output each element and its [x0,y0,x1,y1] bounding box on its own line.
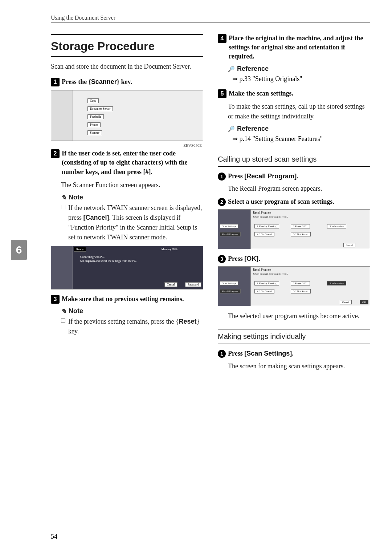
scan-settings-key: [Scan Settings]. [244,350,294,357]
cancel-button: Cancel [343,243,355,247]
control-panel-screenshot: Copy Document Server Facsimile Printer S… [51,90,203,141]
reset-key-label: Reset [179,318,197,325]
password-button: Password [185,282,201,287]
body-text: The Recall Program screen appears. [228,184,370,194]
chapter-tab: 6 [11,240,27,260]
set-originals-label: Set originals and select the settings fr… [80,259,136,263]
program-2: Project2001 [295,282,307,285]
facsimile-button: Facsimile [87,114,104,119]
scan-settings-button: Scan Settings [220,281,238,285]
page-header: Using the Document Server [51,15,370,23]
bullet-icon [61,319,65,323]
docserver-button: Document Server [87,106,113,111]
step-4: 4 Place the original in the machine, and… [218,34,370,61]
magnifier-icon [228,65,235,73]
not-stored-5: * Not Stored [295,233,308,236]
scan-settings-button: Scan Settings [220,224,238,228]
substep-3: 3 Press [OK]. [218,254,370,263]
program-3-selected: Information [331,282,343,285]
reference-link: ⇒ p.33 "Setting Originals" [232,74,370,84]
subsection-heading: Making settings individually [218,329,370,344]
step-3: 3 Make sure that no previous setting rem… [51,295,203,304]
step-number-icon: 2 [51,149,60,158]
magnifier-icon [228,125,235,133]
bullet-icon [61,205,65,209]
substep-text: Select a user program of scan settings. [228,197,334,206]
step-2: 2 If the user code is set, enter the use… [51,149,203,177]
note-text: If the previous setting remains, press t… [68,318,176,325]
body-text: The screen for making scan settings appe… [228,361,370,371]
not-stored-5: * Not Stored [295,290,308,293]
body-text: The Scanner Function screen appears. [61,180,203,190]
cancel-key-label: [Cancel] [83,214,109,221]
right-column: 4 Place the original in the machine, and… [218,34,370,375]
cancel-button: Cancel [340,300,352,304]
program-3: Information [331,225,343,228]
left-column: Storage Procedure Scan and store the doc… [51,34,203,375]
ok-button: OK [360,300,368,304]
step-5: 5 Make the scan settings. [218,89,370,98]
reference-label: Reference [237,65,269,73]
intro-text: Scan and store the document in the Docum… [51,62,203,72]
page-number: 54 [51,533,57,540]
reference-heading: Reference [228,125,370,133]
note-text: key. [68,328,79,335]
not-stored-4: * Not Stored [259,290,272,293]
reference-link: ⇒ p.14 "Setting Scanner Features" [232,134,370,144]
substep-2: 2 Select a user program of scan settings… [218,197,370,206]
step-1: 1 Press the {Scanner} key. [51,77,203,86]
subsection-heading: Calling up stored scan settings [218,152,370,167]
screenshot-id: ZEVS040E [183,143,202,147]
substep-text: Press [228,255,244,262]
scanner-key-label: Scanner [91,78,117,85]
step-text: Make the scan settings. [229,89,293,98]
reference-heading: Reference [228,65,370,73]
reference-label: Reference [237,125,269,133]
not-stored-4: * Not Stored [259,233,272,236]
step-text: Place the original in the machine, and a… [229,34,370,61]
step-number-icon: 5 [218,89,226,98]
pencil-icon: ✎ [61,307,66,315]
recall-program-selected-screenshot: Scan Settings Recall Program Recall Prog… [218,266,370,306]
recall-program-title: Recall Program [253,211,271,214]
step-text: Make sure that no previous setting remai… [62,295,184,304]
step-number-icon: 4 [218,34,226,43]
connecting-label: Connecting with PC. [80,255,105,259]
recall-program-key: [Recall Program]. [244,173,298,180]
memory-label: Memory:99% [162,248,177,251]
program-1: Monday Meeting [259,225,276,228]
select-program-label: Select program you want to recall. [253,272,288,275]
printer-button: Printer [87,122,101,127]
substep-number-icon: 1 [218,350,226,358]
ok-key-label: [OK]. [244,255,260,262]
recall-program-title: Recall Program [253,268,271,271]
note-label: Note [69,194,83,201]
step-number-icon: 1 [51,78,60,86]
body-text: To make the scan settings, call up the s… [228,102,370,121]
substep-number-icon: 3 [218,255,226,263]
step-text: Press the [62,78,89,85]
section-title: Storage Procedure [51,34,203,57]
cancel-button: Cancel [164,282,177,287]
step-number-icon: 3 [51,295,60,304]
program-2: Project2001 [295,225,307,228]
recall-program-button: Recall Program [220,232,241,236]
substep-1: 1 Press [Recall Program]. [218,172,370,181]
scanner-function-screenshot: Ready Memory:99% Connecting with PC. Set… [51,246,203,289]
substep-text: Press [228,173,244,180]
recall-program-button: Recall Program [220,289,241,293]
substep-number-icon: 2 [218,198,226,206]
sub2-step-1: 1 Press [Scan Settings]. [218,349,370,358]
ready-label: Ready [74,247,86,252]
copy-button: Copy [87,98,99,103]
program-1: Monday Meeting [259,282,276,285]
recall-program-screenshot: Scan Settings Recall Program Recall Prog… [218,209,370,249]
step-text: If the user code is set, enter the user … [62,149,203,177]
step-text: key. [119,78,132,85]
substep-number-icon: 1 [218,173,226,181]
note-heading: ✎ Note [61,307,203,315]
note-label: Note [69,307,83,315]
pencil-icon: ✎ [61,194,66,202]
scanner-button: Scanner [87,130,102,135]
note-heading: ✎ Note [61,194,203,202]
